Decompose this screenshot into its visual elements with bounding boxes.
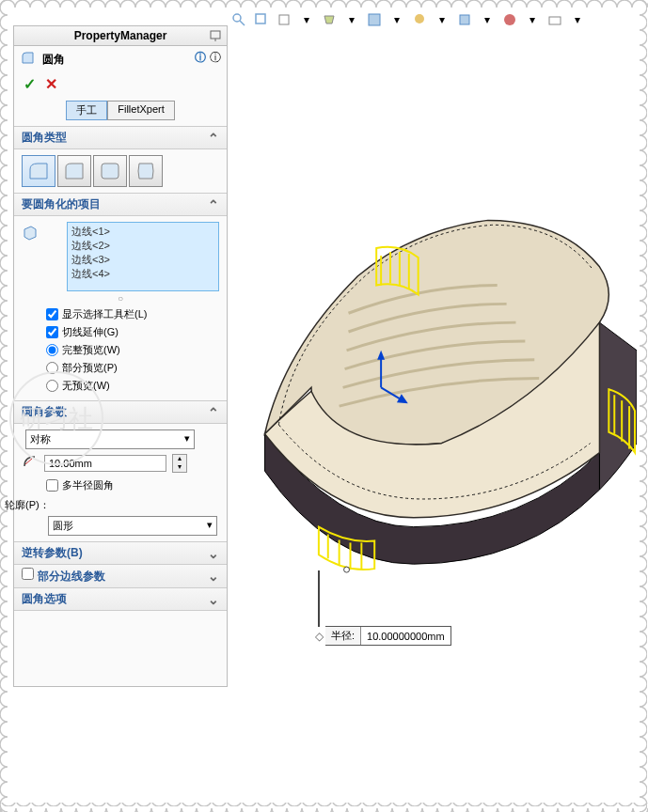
label: 完整预览(W) xyxy=(62,343,120,357)
svg-rect-30 xyxy=(0,803,648,812)
svg-line-1 xyxy=(240,21,245,25)
appearance-icon[interactable] xyxy=(501,11,518,28)
symmetry-select[interactable]: 对称▾ xyxy=(25,429,195,449)
property-manager-panel: PropertyManager 圆角 ⓘ ⓘ ✓ ✕ 手工 FilletXper… xyxy=(13,25,228,687)
section-header-reverse[interactable]: 逆转参数(B) ⌄ xyxy=(14,541,227,565)
section-header-items[interactable]: 要圆角化的项目 ⌃ xyxy=(14,193,227,216)
label: 部分预览(P) xyxy=(62,361,118,375)
svg-rect-31 xyxy=(0,0,9,812)
section-title: 要圆角化的项目 xyxy=(22,196,101,212)
panel-title: PropertyManager xyxy=(74,29,167,42)
callout-value[interactable]: 10.00000000mm xyxy=(361,629,450,644)
view-orient-icon[interactable] xyxy=(276,11,292,28)
list-item[interactable]: 边线<3> xyxy=(71,253,214,267)
fillet-type-constant[interactable] xyxy=(22,155,55,187)
fillet-icon xyxy=(20,50,37,70)
svg-rect-2 xyxy=(256,14,265,23)
tab-filletxpert[interactable]: FilletXpert xyxy=(107,101,175,120)
checkbox-tangent[interactable] xyxy=(46,326,58,338)
svg-rect-6 xyxy=(460,15,469,24)
edge-selection-list[interactable]: 边线<1> 边线<2> 边线<3> 边线<4> xyxy=(67,222,219,291)
checkbox-show-toolbar[interactable] xyxy=(46,308,58,320)
cancel-button[interactable]: ✕ xyxy=(45,75,57,93)
profile-select[interactable]: 圆形▾ xyxy=(48,516,217,536)
radius-icon xyxy=(22,453,39,473)
graphics-viewport[interactable] xyxy=(228,30,637,801)
chevron-up-icon: ⌃ xyxy=(208,131,219,146)
view-toolbar: ▾ ▾ ▾ ▾ ▾ ▾ ▾ xyxy=(230,9,629,30)
zoom-area-icon[interactable] xyxy=(253,11,270,28)
svg-rect-9 xyxy=(211,31,220,39)
tab-manual[interactable]: 手工 xyxy=(66,101,107,120)
section-header-options[interactable]: 圆角选项 ⌄ xyxy=(14,588,227,611)
feature-title-row: 圆角 ⓘ ⓘ xyxy=(14,46,227,73)
checkbox-multi-radius[interactable] xyxy=(46,479,58,492)
list-item[interactable]: 边线<1> xyxy=(71,225,214,239)
svg-rect-3 xyxy=(279,15,289,24)
chevron-down-icon[interactable]: ▾ xyxy=(388,11,405,28)
list-item[interactable]: 边线<4> xyxy=(71,267,214,281)
mode-tabs: 手工 FilletXpert xyxy=(14,99,227,126)
select-value: 圆形 xyxy=(53,519,73,533)
chevron-up-icon: ⌃ xyxy=(208,197,219,212)
section-body-items: 边线<1> 边线<2> 边线<3> 边线<4> ○ 显示选择工具栏(L) 切线延… xyxy=(14,216,227,400)
chevron-down-icon[interactable]: ▾ xyxy=(479,11,496,28)
chevron-down-icon: ⌄ xyxy=(208,546,219,561)
chevron-up-icon: ⌃ xyxy=(208,405,219,420)
checkbox-partial-edge[interactable] xyxy=(22,568,34,580)
radio-full-preview[interactable] xyxy=(46,344,58,356)
more-help-icon[interactable]: ⓘ xyxy=(210,50,221,66)
display-style-icon[interactable] xyxy=(321,11,338,28)
radius-spinner[interactable]: ▴▾ xyxy=(172,454,187,473)
section-body-params: 对称▾ ▴▾ 多半径圆角 轮廓(P)： 圆形▾ xyxy=(14,424,227,541)
ok-button[interactable]: ✓ xyxy=(24,75,36,93)
fillet-type-face[interactable] xyxy=(93,155,127,187)
help-icon[interactable]: ⓘ xyxy=(195,50,206,66)
section-body-type xyxy=(14,149,227,193)
chevron-down-icon: ⌄ xyxy=(208,569,219,584)
svg-rect-11 xyxy=(102,164,119,179)
chevron-down-icon: ⌄ xyxy=(208,592,219,607)
fillet-type-variable[interactable] xyxy=(57,155,91,187)
chevron-down-icon[interactable]: ▾ xyxy=(434,11,450,28)
pin-icon[interactable] xyxy=(208,29,223,45)
svg-point-0 xyxy=(233,14,241,22)
section-title: 圆角参数 xyxy=(22,404,67,420)
svg-rect-4 xyxy=(369,14,380,25)
section-header-partial-edge[interactable]: 部分边线参数 ⌄ xyxy=(14,565,227,588)
chevron-down-icon[interactable]: ▾ xyxy=(298,11,315,28)
svg-point-7 xyxy=(504,14,515,25)
label: 无预览(W) xyxy=(62,379,110,393)
radio-partial-preview[interactable] xyxy=(46,362,58,374)
section-view-icon[interactable] xyxy=(366,11,383,28)
section-title: 部分边线参数 xyxy=(38,570,105,583)
fillet-type-full-round[interactable] xyxy=(129,155,163,187)
section-title: 逆转参数(B) xyxy=(22,545,83,561)
svg-rect-32 xyxy=(639,0,648,812)
chevron-down-icon[interactable]: ▾ xyxy=(524,11,541,28)
panel-header: PropertyManager xyxy=(14,26,227,46)
radius-callout[interactable]: ◇ 半径: 10.00000000mm xyxy=(325,626,451,646)
section-title: 圆角类型 xyxy=(22,130,67,146)
section-header-type[interactable]: 圆角类型 ⌃ xyxy=(14,126,227,149)
svg-rect-8 xyxy=(549,17,561,24)
radius-input[interactable] xyxy=(44,455,166,472)
svg-rect-29 xyxy=(0,0,648,9)
radio-no-preview[interactable] xyxy=(46,380,58,392)
section-header-params[interactable]: 圆角参数 ⌃ xyxy=(14,400,227,424)
view-settings-icon[interactable] xyxy=(546,11,563,28)
section-title: 圆角选项 xyxy=(22,591,67,607)
hide-show-icon[interactable] xyxy=(456,11,473,28)
label: 多半径圆角 xyxy=(62,478,114,492)
callout-label: 半径: xyxy=(325,627,361,645)
scene-icon[interactable] xyxy=(411,11,428,28)
list-item[interactable]: 边线<2> xyxy=(71,239,214,253)
zoom-fit-icon[interactable] xyxy=(230,11,247,28)
ok-cancel-row: ✓ ✕ xyxy=(14,73,227,99)
chevron-down-icon[interactable]: ▾ xyxy=(569,11,586,28)
svg-point-5 xyxy=(415,14,424,23)
select-value: 对称 xyxy=(30,432,51,446)
chevron-down-icon[interactable]: ▾ xyxy=(343,11,360,28)
edge-icon xyxy=(22,224,42,291)
feature-name: 圆角 xyxy=(42,52,65,68)
